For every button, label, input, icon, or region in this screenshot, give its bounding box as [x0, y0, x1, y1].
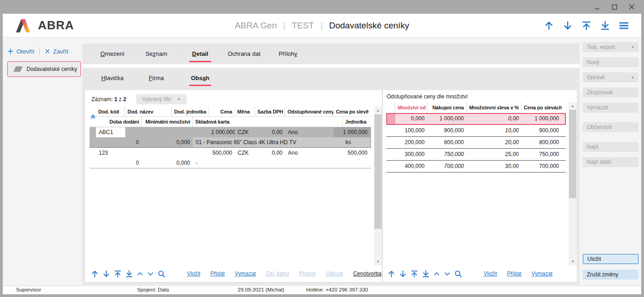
tier-toolbar-step-down-button[interactable] — [443, 270, 451, 278]
window-minimize-button[interactable] — [592, 2, 602, 12]
column-header-skladova_karta[interactable]: Skladová karta — [193, 117, 343, 127]
button-label: Najít — [587, 144, 598, 150]
table-row[interactable]: 0,0001 000,0000,001 000,000 — [386, 113, 566, 125]
step-up-icon — [433, 270, 441, 278]
menu-button[interactable] — [618, 20, 629, 31]
column-header-minimalni_mnozstvi[interactable]: Minimální množství — [142, 117, 193, 127]
table-row[interactable]: 400,000700,00030,00700,000 — [386, 161, 566, 173]
cell-dod_kod[interactable]: ABC1 — [96, 127, 125, 137]
tier-toolbar-step-up-button[interactable] — [433, 270, 441, 278]
row-indicator-cell — [386, 137, 395, 148]
cell-mnozstvi_od: 300,000 — [395, 149, 427, 160]
column-header-jednotka[interactable]: Jednotka — [343, 117, 370, 127]
search-icon — [157, 270, 166, 278]
main-panel: OmezeníSeznamDetailOchrana datPřílohy Hl… — [82, 43, 580, 285]
table-row[interactable]: 123500,000CZK0,00Ano500,00000,000- — [90, 148, 371, 168]
content-toolbar-search-button[interactable] — [157, 270, 166, 278]
cell-sazba_dph: 0,00 — [255, 127, 285, 137]
window-maximize-button[interactable] — [609, 2, 619, 12]
table-row[interactable]: 300,000750,00025,00750,000 — [386, 149, 566, 161]
content-toolbar-link-vymazat[interactable]: Vymazat — [235, 270, 256, 277]
scroll-down-button[interactable]: ▼ — [569, 258, 577, 265]
content-toolbar-step-down-button[interactable] — [147, 270, 154, 278]
content-toolbar-link-pridat[interactable]: Přidat — [210, 270, 224, 277]
content-toolbar-move-first-button[interactable] — [113, 270, 122, 278]
scroll-down-button[interactable]: ▼ — [374, 258, 382, 265]
tier-toolbar-move-down-button[interactable] — [399, 270, 407, 278]
close-tab-button-label: Zavřít — [53, 48, 68, 55]
move-last-icon — [421, 270, 430, 278]
tier-toolbar-move-up-button[interactable] — [387, 270, 396, 278]
column-header-dod_nazev[interactable]: Dod. název — [125, 107, 172, 117]
table-row[interactable]: 200,000800,00020,00800,000 — [386, 137, 566, 149]
open-button[interactable]: Otevřít — [7, 48, 34, 55]
cell-cena_po_slevach: 900,000 — [522, 125, 562, 136]
column-header-odstupnovane_ceny[interactable]: Odstupňované ceny — [285, 107, 334, 117]
content-toolbar-move-last-button[interactable] — [125, 270, 133, 278]
tier-toolbar-link-vlozit[interactable]: Vložit — [484, 270, 497, 277]
content-table: Dod. kódDod. názevDod. jednotkaCenaMěnaS… — [90, 107, 371, 168]
move-up-icon — [90, 270, 99, 278]
sidebar-item-dodavatelske-ceniky[interactable]: Dodavatelské ceníky — [7, 61, 81, 77]
step-down-icon — [443, 270, 451, 278]
column-header-cena_po_sleve[interactable]: Cena po slevě — [334, 107, 370, 117]
content-toolbar-move-down-button[interactable] — [102, 270, 111, 278]
detail-tab-bar: HlavičkaFirmaObsah — [82, 68, 580, 88]
tab-detail[interactable]: Detail — [178, 43, 222, 64]
ulozit-button[interactable]: Uložit — [583, 254, 639, 264]
sidebar-item-label: Dodavatelské ceníky — [27, 66, 77, 72]
tab-ochrana-dat[interactable]: Ochrana dat — [222, 43, 266, 64]
abra-logo-icon — [16, 18, 34, 33]
column-header-cena_po_slevach[interactable]: Cena po slevách — [522, 102, 562, 113]
column-header-dod_kod[interactable]: Dod. kód — [96, 107, 125, 117]
tab-obsah[interactable]: Obsah — [178, 68, 222, 88]
navigate-down-button[interactable] — [562, 20, 573, 31]
tab-omezeni[interactable]: Omezení — [90, 43, 134, 64]
opravit-button: Opravit▼ — [583, 72, 639, 82]
close-tab-button[interactable]: Zavřít — [45, 48, 68, 55]
cell-sleva: 0,00 — [467, 113, 522, 124]
navigate-first-button[interactable] — [581, 20, 592, 31]
column-header-sazba_dph[interactable]: Sazba DPH — [255, 107, 285, 117]
column-header-dod_jednotka[interactable]: Dod. jednotka — [172, 107, 208, 117]
selected-filter-label: Vybraný filtr: — [142, 96, 172, 103]
table-row[interactable]: 100,000900,00010,00900,000 — [386, 125, 566, 137]
tier-toolbar-search-button[interactable] — [454, 270, 463, 278]
scrollbar-thumb[interactable] — [569, 110, 576, 198]
tier-toolbar-move-last-button[interactable] — [421, 270, 430, 278]
tier-toolbar-link-vymazat[interactable]: Vymazat — [532, 270, 553, 277]
column-header-cena[interactable]: Cena — [208, 107, 235, 117]
content-toolbar-link-vlozit[interactable]: Vložit — [187, 270, 200, 277]
scroll-up-button[interactable]: ▲ — [374, 107, 382, 114]
row-indicator-cell — [386, 149, 395, 160]
tab-firma[interactable]: Firma — [134, 68, 178, 88]
scroll-up-button[interactable]: ▲ — [569, 102, 577, 110]
navigate-up-button[interactable] — [543, 20, 554, 31]
column-header-mnozstvi_od[interactable]: Množství od — [395, 102, 427, 113]
column-header-sleva[interactable]: Množstevní sleva v % — [467, 102, 522, 113]
tier-toolbar-move-first-button[interactable] — [410, 270, 419, 278]
tier-toolbar-link-pridat[interactable]: Přidat — [507, 270, 521, 277]
column-header-mena[interactable]: Měna — [235, 107, 255, 117]
navigate-last-button[interactable] — [600, 20, 611, 31]
move-down-icon — [399, 270, 407, 278]
tab-seznam[interactable]: Seznam — [134, 43, 178, 64]
window-close-button[interactable] — [627, 2, 637, 12]
content-toolbar-step-up-button[interactable] — [136, 270, 144, 278]
column-header-nakupni_cena[interactable]: Nákupní cena — [427, 102, 467, 113]
button-label: Nový — [587, 59, 599, 65]
content-toolbar-link-cenotvorba[interactable]: Cenotvorba — [353, 270, 382, 277]
logo-text: ABRA — [38, 18, 74, 32]
vymazat-button: Vymazat — [583, 103, 639, 113]
zrusit-zmeny-button[interactable]: Zrušit změny — [583, 270, 639, 280]
content-toolbar-move-up-button[interactable] — [90, 270, 99, 278]
table-row[interactable]: ABC11 000,000CZK0,00Ano1 000,00000,00001… — [90, 127, 371, 148]
scrollbar-thumb[interactable] — [374, 114, 382, 229]
plus-icon — [7, 48, 14, 54]
selected-filter-dropdown[interactable]: Vybraný filtr: ▼ — [136, 94, 186, 104]
tab-prilohy[interactable]: Přílohy — [266, 43, 310, 64]
column-header-doba_dodani[interactable]: Doba dodání — [96, 117, 142, 127]
button-label: Občerstvit — [587, 124, 612, 130]
collapse-columns-button[interactable] — [90, 113, 97, 120]
tab-hlavicka[interactable]: Hlavička — [90, 68, 134, 88]
